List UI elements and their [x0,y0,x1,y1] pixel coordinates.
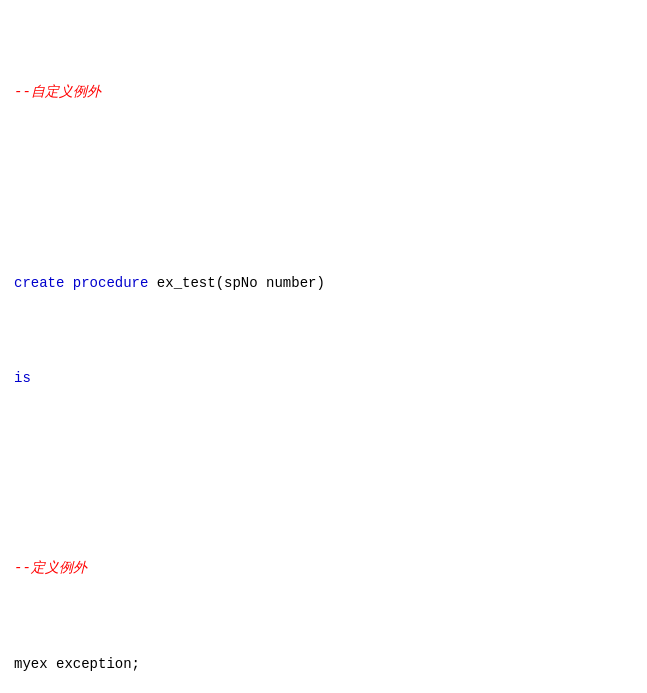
keyword-create: create procedure [14,275,157,291]
comment-1: --自定义例外 [14,84,101,100]
code-line-5 [14,462,633,486]
code-block: --自定义例外 create procedure ex_test(spNo nu… [14,10,633,693]
code-line-6: --定义例外 [14,557,633,581]
code-line-7: myex exception; [14,653,633,677]
keyword-is: is [14,370,31,386]
code-line-2 [14,177,633,201]
code-text-3: ex_test(spNo number) [157,275,325,291]
code-line-3: create procedure ex_test(spNo number) [14,272,633,296]
code-text-7: myex exception; [14,656,140,672]
code-line-4: is [14,367,633,391]
code-line-1: --自定义例外 [14,81,633,105]
comment-2: --定义例外 [14,560,87,576]
